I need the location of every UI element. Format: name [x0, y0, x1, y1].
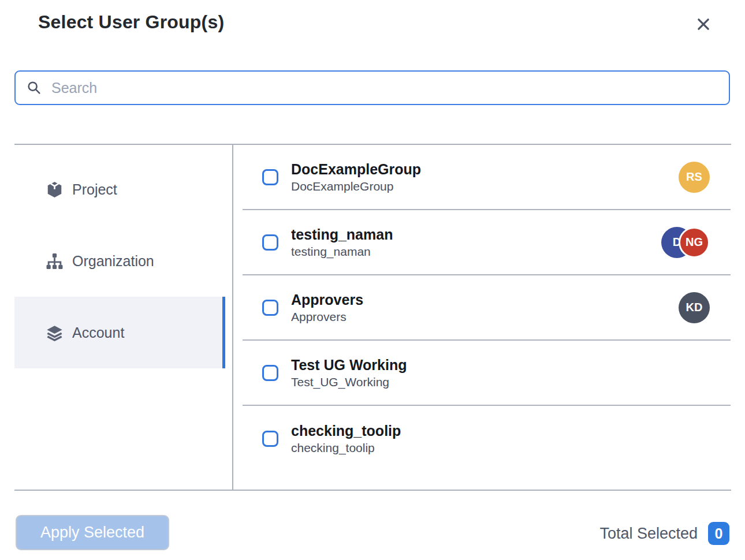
group-subtitle: DocExampleGroup [291, 180, 421, 193]
group-checkbox[interactable] [262, 431, 278, 447]
total-selected: Total Selected 0 [599, 522, 729, 545]
group-name: testing_naman [291, 226, 393, 243]
avatar: NG [679, 227, 710, 258]
group-checkbox[interactable] [262, 300, 278, 316]
apply-selected-button[interactable]: Apply Selected [16, 515, 169, 550]
group-checkbox[interactable] [262, 365, 278, 381]
avatar-stack: RS [679, 162, 710, 193]
total-selected-badge: 0 [708, 522, 729, 545]
close-button[interactable] [695, 16, 712, 33]
org-chart-icon [46, 252, 64, 270]
group-row[interactable]: testing_naman testing_naman DNG [243, 210, 731, 275]
tab-label: Organization [72, 253, 154, 270]
avatar-stack: DNG [661, 227, 710, 258]
group-name: checking_toolip [291, 423, 401, 439]
group-name: Approvers [291, 292, 363, 308]
tab-organization[interactable]: Organization [14, 225, 225, 297]
group-checkbox[interactable] [262, 169, 278, 185]
sidebar: Project Organization [14, 145, 225, 490]
group-name: Test UG Working [291, 357, 407, 374]
group-subtitle: Approvers [291, 310, 363, 324]
group-text: DocExampleGroup DocExampleGroup [291, 161, 421, 193]
cube-icon [46, 181, 64, 199]
close-icon [695, 16, 712, 32]
tab-account[interactable]: Account [14, 297, 225, 368]
page-title: Select User Group(s) [38, 12, 224, 33]
total-selected-label: Total Selected [599, 525, 698, 543]
group-checkbox[interactable] [262, 234, 278, 251]
group-text: checking_toolip checking_toolip [291, 423, 401, 455]
avatar: KD [679, 292, 710, 323]
group-row[interactable]: Test UG Working Test_UG_Working [243, 341, 731, 406]
layers-icon [46, 324, 64, 342]
avatar: RS [679, 162, 710, 193]
group-row[interactable]: Approvers Approvers KD [243, 275, 731, 341]
group-subtitle: testing_naman [291, 245, 393, 259]
group-text: Approvers Approvers [291, 292, 363, 324]
content-area: Project Organization [14, 145, 731, 490]
group-text: testing_naman testing_naman [291, 226, 393, 259]
group-list: DocExampleGroup DocExampleGroup RS testi… [232, 145, 731, 490]
search-bar[interactable] [14, 70, 730, 105]
group-text: Test UG Working Test_UG_Working [291, 357, 407, 389]
group-name: DocExampleGroup [291, 161, 421, 178]
group-row[interactable]: checking_toolip checking_toolip [243, 406, 731, 471]
tab-label: Project [72, 181, 117, 198]
search-icon [26, 80, 42, 96]
group-subtitle: checking_toolip [291, 441, 401, 455]
group-row[interactable]: DocExampleGroup DocExampleGroup RS [243, 145, 731, 210]
search-input[interactable] [51, 80, 718, 96]
footer: Apply Selected Total Selected 0 [16, 491, 729, 560]
avatar-stack: KD [679, 292, 710, 323]
group-subtitle: Test_UG_Working [291, 375, 407, 389]
tab-project[interactable]: Project [14, 154, 225, 225]
tab-label: Account [72, 324, 124, 341]
